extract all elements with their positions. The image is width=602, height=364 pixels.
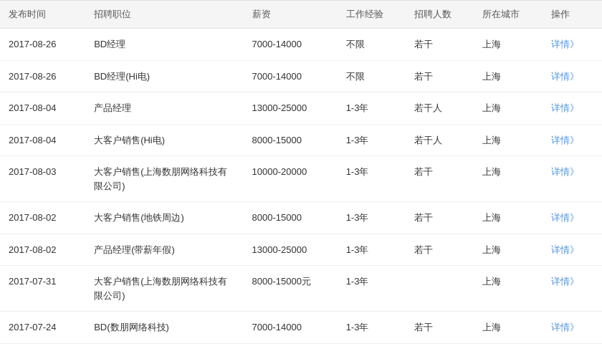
cell-action[interactable]: 详情》 xyxy=(543,124,602,156)
cell-date: 2017-08-02 xyxy=(0,202,85,234)
cell-date: 2017-08-04 xyxy=(0,124,85,156)
cell-headcount xyxy=(406,266,474,312)
cell-experience: 不限 xyxy=(338,60,406,92)
header-date: 发布时间 xyxy=(0,1,85,29)
table-row: 2017-08-04产品经理13000-250001-3年若干人上海详情》 xyxy=(0,92,602,125)
table-row: 2017-08-04大客户销售(Hi电)8000-150001-3年若干人上海详… xyxy=(0,124,602,156)
cell-date: 2017-07-24 xyxy=(0,312,85,344)
job-table: 发布时间 招聘职位 薪资 工作经验 招聘人数 所在城市 操作 2017-08-2… xyxy=(0,0,602,344)
cell-position: 产品经理 xyxy=(85,92,243,125)
cell-city: 上海 xyxy=(474,92,542,125)
cell-experience: 1-3年 xyxy=(338,92,406,125)
cell-position: 大客户销售(地铁周边) xyxy=(85,202,243,234)
cell-salary: 8000-15000 xyxy=(244,202,338,234)
cell-headcount: 若干 xyxy=(406,234,474,266)
cell-date: 2017-07-31 xyxy=(0,266,85,312)
detail-link[interactable]: 详情》 xyxy=(551,166,579,177)
cell-headcount: 若干 xyxy=(406,202,474,234)
cell-salary: 8000-15000 xyxy=(244,124,338,156)
cell-action[interactable]: 详情》 xyxy=(543,266,602,312)
cell-headcount: 若干 xyxy=(406,29,474,61)
cell-headcount: 若干 xyxy=(406,312,474,344)
header-action: 操作 xyxy=(543,1,602,29)
cell-headcount: 若干人 xyxy=(406,92,474,125)
detail-link[interactable]: 详情》 xyxy=(551,102,579,113)
cell-city: 上海 xyxy=(474,124,542,156)
header-position: 招聘职位 xyxy=(85,1,243,29)
detail-link[interactable]: 详情》 xyxy=(551,322,579,332)
cell-action[interactable]: 详情》 xyxy=(543,202,602,234)
detail-link[interactable]: 详情》 xyxy=(551,135,579,145)
cell-salary: 7000-14000 xyxy=(244,312,338,344)
header-salary: 薪资 xyxy=(244,1,338,29)
cell-position: 大客户销售(Hi电) xyxy=(85,124,243,156)
cell-position: BD经理 xyxy=(85,29,243,61)
detail-link[interactable]: 详情》 xyxy=(551,244,579,255)
cell-experience: 1-3年 xyxy=(338,266,406,312)
header-headcount: 招聘人数 xyxy=(406,1,474,29)
cell-experience: 1-3年 xyxy=(338,202,406,234)
cell-headcount: 若干 xyxy=(406,156,474,202)
cell-position: 产品经理(带薪年假) xyxy=(85,234,243,266)
cell-action[interactable]: 详情》 xyxy=(543,156,602,202)
cell-action[interactable]: 详情》 xyxy=(543,60,602,92)
cell-position: BD经理(Hi电) xyxy=(85,60,243,92)
cell-city: 上海 xyxy=(474,60,542,92)
table-row: 2017-08-03大客户销售(上海数朋网络科技有限公司)10000-20000… xyxy=(0,156,602,202)
cell-salary: 13000-25000 xyxy=(244,92,338,125)
cell-salary: 8000-15000元 xyxy=(244,266,338,312)
cell-date: 2017-08-26 xyxy=(0,60,85,92)
detail-link[interactable]: 详情》 xyxy=(551,71,579,82)
header-experience: 工作经验 xyxy=(338,1,406,29)
cell-experience: 1-3年 xyxy=(338,234,406,266)
cell-city: 上海 xyxy=(474,266,542,312)
cell-date: 2017-08-26 xyxy=(0,29,85,61)
cell-position: 大客户销售(上海数朋网络科技有限公司) xyxy=(85,266,243,312)
cell-date: 2017-08-04 xyxy=(0,92,85,125)
cell-city: 上海 xyxy=(474,312,542,344)
cell-date: 2017-08-02 xyxy=(0,234,85,266)
cell-salary: 7000-14000 xyxy=(244,60,338,92)
cell-experience: 1-3年 xyxy=(338,312,406,344)
cell-city: 上海 xyxy=(474,29,542,61)
cell-experience: 1-3年 xyxy=(338,156,406,202)
detail-link[interactable]: 详情》 xyxy=(551,276,579,287)
cell-city: 上海 xyxy=(474,156,542,202)
job-table-container: 发布时间 招聘职位 薪资 工作经验 招聘人数 所在城市 操作 2017-08-2… xyxy=(0,0,602,344)
cell-action[interactable]: 详情》 xyxy=(543,29,602,61)
cell-experience: 不限 xyxy=(338,29,406,61)
cell-date: 2017-08-03 xyxy=(0,156,85,202)
cell-headcount: 若干人 xyxy=(406,124,474,156)
cell-city: 上海 xyxy=(474,202,542,234)
cell-salary: 7000-14000 xyxy=(244,29,338,61)
table-row: 2017-07-31大客户销售(上海数朋网络科技有限公司)8000-15000元… xyxy=(0,266,602,312)
cell-city: 上海 xyxy=(474,234,542,266)
cell-position: 大客户销售(上海数朋网络科技有限公司) xyxy=(85,156,243,202)
table-row: 2017-08-26BD经理(Hi电)7000-14000不限若干上海详情》 xyxy=(0,60,602,92)
table-row: 2017-08-26BD经理7000-14000不限若干上海详情》 xyxy=(0,29,602,61)
detail-link[interactable]: 详情》 xyxy=(551,212,579,223)
cell-position: BD(数朋网络科技) xyxy=(85,312,243,344)
cell-experience: 1-3年 xyxy=(338,124,406,156)
header-city: 所在城市 xyxy=(474,1,542,29)
cell-salary: 10000-20000 xyxy=(244,156,338,202)
cell-headcount: 若干 xyxy=(406,60,474,92)
table-row: 2017-08-02产品经理(带薪年假)13000-250001-3年若干上海详… xyxy=(0,234,602,266)
cell-action[interactable]: 详情》 xyxy=(543,234,602,266)
table-row: 2017-07-24BD(数朋网络科技)7000-140001-3年若干上海详情… xyxy=(0,312,602,344)
detail-link[interactable]: 详情》 xyxy=(551,39,579,49)
cell-action[interactable]: 详情》 xyxy=(543,92,602,125)
cell-salary: 13000-25000 xyxy=(244,234,338,266)
table-header-row: 发布时间 招聘职位 薪资 工作经验 招聘人数 所在城市 操作 xyxy=(0,1,602,29)
table-row: 2017-08-02大客户销售(地铁周边)8000-150001-3年若干上海详… xyxy=(0,202,602,234)
cell-action[interactable]: 详情》 xyxy=(543,312,602,344)
